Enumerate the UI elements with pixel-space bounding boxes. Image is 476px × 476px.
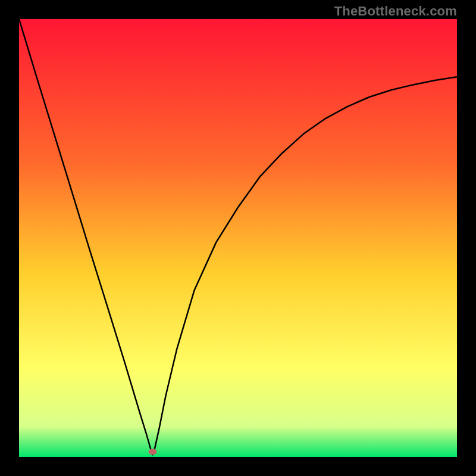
minimum-marker <box>148 449 156 455</box>
gradient-background <box>19 19 457 457</box>
bottleneck-chart <box>19 19 457 457</box>
watermark-text: TheBottleneck.com <box>334 4 457 19</box>
chart-frame <box>19 19 457 457</box>
